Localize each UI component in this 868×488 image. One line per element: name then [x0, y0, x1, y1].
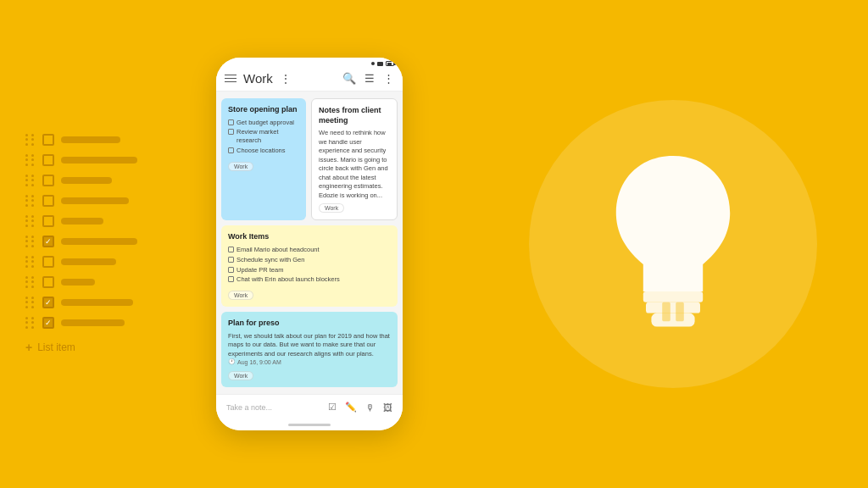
mic-icon[interactable]: 🎙 [365, 402, 375, 413]
note-title: Notes from client meeting [319, 106, 390, 125]
app-title: Work [243, 71, 273, 86]
home-bar [288, 424, 331, 426]
note-title: Plan for preso [228, 319, 391, 329]
note-checklist: Email Mario about headcount Schedule syn… [228, 246, 391, 284]
svg-rect-1 [646, 302, 700, 313]
list-bar [61, 177, 112, 184]
list-checkbox[interactable] [42, 175, 54, 186]
add-list-item-row[interactable]: + List item [25, 341, 137, 354]
view-toggle-icon[interactable]: ☰ [364, 72, 375, 85]
bottom-icons: ☑ ✏️ 🎙 🖼 [328, 402, 392, 413]
signal-icon [371, 62, 375, 65]
list-row [25, 195, 137, 207]
note-plan-preso[interactable]: Plan for preso First, we should talk abo… [221, 312, 398, 387]
pencil-icon[interactable]: ✏️ [345, 402, 357, 413]
list-checkbox[interactable] [42, 195, 54, 207]
header-right: 🔍 ☰ ⋮ [342, 72, 394, 85]
list-bar [61, 279, 95, 286]
checkbox-icon [228, 276, 234, 282]
status-bar [216, 58, 403, 68]
drag-handle [25, 297, 36, 308]
list-bar [61, 238, 137, 245]
note-work-items[interactable]: Work Items Email Mario about headcount S… [221, 225, 398, 307]
drag-handle [25, 134, 36, 146]
note-check-item: Schedule sync with Gen [228, 256, 391, 264]
list-checkbox[interactable] [42, 256, 54, 268]
list-checkbox[interactable] [42, 236, 54, 247]
battery-icon [386, 61, 394, 66]
note-check-item: Email Mario about headcount [228, 246, 391, 254]
note-label: Work [228, 291, 253, 300]
list-row [25, 256, 137, 268]
drag-handle [25, 154, 36, 166]
list-bar [61, 136, 120, 143]
note-client-meeting[interactable]: Notes from client meeting We need to ret… [311, 98, 398, 220]
note-label: Work [228, 371, 253, 380]
drag-handle [25, 236, 36, 247]
note-title: Store opening plan [228, 105, 299, 115]
drag-handle [25, 317, 36, 329]
list-bar [61, 258, 116, 265]
list-bar [61, 319, 125, 326]
list-row [25, 276, 137, 288]
list-checkbox[interactable] [42, 276, 54, 288]
notes-top-row: Store opening plan Get budget approval R… [221, 98, 398, 220]
note-check-item: Choose locations [228, 147, 299, 155]
left-decorative-list: + List item [25, 134, 137, 354]
list-row [25, 297, 137, 308]
overflow-menu-icon[interactable]: ⋮ [383, 72, 394, 85]
search-icon[interactable]: 🔍 [342, 72, 356, 85]
list-checkbox[interactable] [42, 317, 54, 329]
checkbox-icon [228, 247, 234, 252]
checkbox-icon [228, 119, 234, 125]
list-row [25, 134, 137, 146]
list-checkbox[interactable] [42, 154, 54, 166]
list-checkbox[interactable] [42, 215, 54, 227]
note-checklist: Get budget approval Review market resear… [228, 119, 299, 155]
status-icons [371, 61, 394, 66]
list-bar [61, 299, 133, 306]
bottom-bar: Take a note... ☑ ✏️ 🎙 🖼 [216, 394, 403, 419]
phone: Work ⋮ 🔍 ☰ ⋮ Store opening plan Get budg… [216, 58, 403, 430]
note-check-item: Get budget approval [228, 119, 299, 127]
note-check-item: Update PR team [228, 266, 391, 274]
header-left: Work ⋮ [225, 71, 292, 86]
notes-area: Store opening plan Get budget approval R… [216, 92, 403, 394]
list-checkbox[interactable] [42, 297, 54, 308]
checkbox-icon [228, 129, 234, 135]
note-check-item: Review market research [228, 128, 299, 145]
drag-handle [25, 175, 36, 186]
checkbox-add-icon[interactable]: ☑ [328, 402, 337, 413]
lightbulb-icon [588, 142, 758, 346]
add-list-item-label: List item [37, 341, 75, 353]
note-body: We need to rethink how we handle user ex… [319, 129, 390, 200]
checkbox-icon [228, 147, 234, 153]
list-bar [61, 157, 137, 164]
list-checkbox[interactable] [42, 134, 54, 146]
note-title: Work Items [228, 232, 391, 242]
image-icon[interactable]: 🖼 [383, 402, 392, 413]
note-check-item: Chat with Erin about launch blockers [228, 275, 391, 284]
list-bar [61, 218, 103, 225]
more-options-icon[interactable]: ⋮ [280, 72, 292, 86]
drag-handle [25, 256, 36, 268]
list-row [25, 215, 137, 227]
svg-rect-0 [643, 291, 703, 302]
list-row [25, 236, 137, 247]
drag-handle [25, 195, 36, 207]
app-header: Work ⋮ 🔍 ☰ ⋮ [216, 68, 403, 92]
note-body: First, we should talk about our plan for… [228, 332, 391, 359]
hamburger-button[interactable] [225, 75, 236, 83]
list-row [25, 154, 137, 166]
list-row [25, 175, 137, 186]
note-label: Work [319, 203, 344, 213]
list-row [25, 317, 137, 329]
svg-rect-4 [676, 302, 684, 321]
clock-icon: 🕐 [228, 358, 236, 365]
svg-rect-3 [662, 302, 670, 321]
note-label: Work [228, 162, 253, 171]
take-note-placeholder[interactable]: Take a note... [226, 403, 272, 412]
note-store-opening[interactable]: Store opening plan Get budget approval R… [221, 98, 306, 220]
home-indicator [216, 419, 403, 430]
wifi-icon [377, 62, 383, 66]
